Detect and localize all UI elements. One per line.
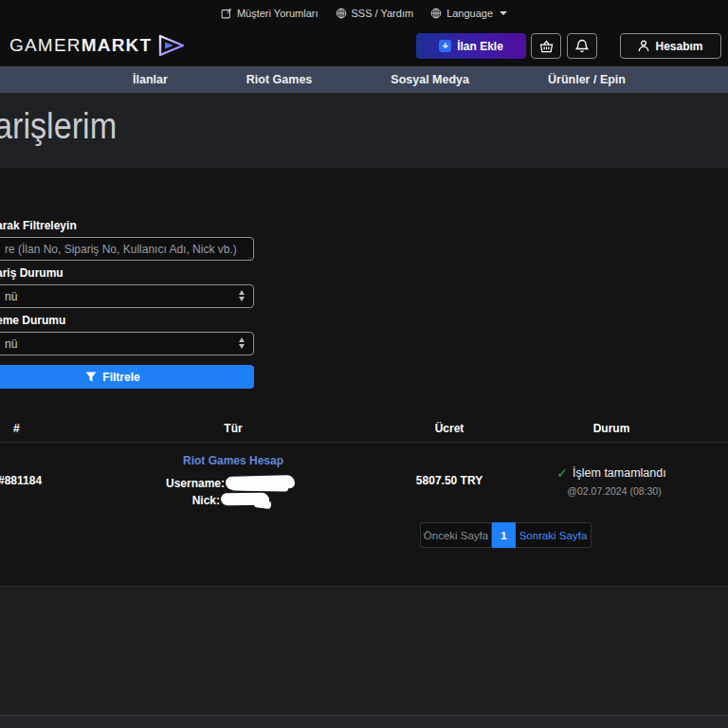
payment-status-select[interactable]: nü bbox=[0, 332, 254, 355]
order-status-value: nü bbox=[5, 290, 17, 303]
topbar: Müşteri Yorumları SSS / Yardım Language bbox=[0, 0, 728, 27]
pagination-prev-button[interactable]: Önceki Sayfa bbox=[420, 522, 492, 548]
faq-link[interactable]: SSS / Yardım bbox=[336, 8, 414, 19]
order-type-link[interactable]: Riot Games Hesap bbox=[183, 454, 283, 467]
logo[interactable]: GAMERMARKT bbox=[9, 33, 186, 58]
notifications-button[interactable] bbox=[567, 33, 597, 59]
search-input[interactable] bbox=[0, 237, 254, 261]
order-id: #881184 bbox=[0, 474, 42, 487]
account-label: Hesabım bbox=[655, 40, 702, 53]
pagination-current-page[interactable]: 1 bbox=[492, 522, 516, 548]
account-button[interactable]: Hesabım bbox=[620, 33, 721, 59]
payment-status-value: nü bbox=[5, 337, 17, 351]
chevron-down-icon bbox=[500, 11, 507, 15]
basket-icon bbox=[539, 40, 554, 53]
header-actions: + İlan Ekle Hesabım bbox=[416, 33, 721, 59]
nav-item-riot-games[interactable]: Riot Games bbox=[246, 73, 312, 86]
page-title: arişlerim bbox=[0, 106, 117, 147]
funnel-icon bbox=[85, 372, 97, 383]
payment-status-label: eme Durumu bbox=[0, 314, 65, 327]
person-icon bbox=[638, 40, 649, 52]
main-nav: İlanlar Riot Games Sosyal Medya Ürünler … bbox=[0, 66, 728, 93]
table-header-divider bbox=[0, 442, 728, 443]
logo-play-icon bbox=[157, 33, 186, 58]
nav-item-sosyal-medya[interactable]: Sosyal Medya bbox=[391, 73, 469, 86]
order-status-text: İşlem tamamlandı bbox=[573, 466, 666, 480]
order-status-select[interactable]: nü bbox=[0, 284, 254, 308]
filter-button-label: Filtrele bbox=[102, 371, 139, 384]
order-price: 5807.50 TRY bbox=[416, 474, 482, 487]
header: GAMERMARKT + İlan Ekle bbox=[0, 27, 728, 66]
globe-icon bbox=[336, 8, 347, 19]
col-header-type: Tür bbox=[224, 422, 242, 435]
customer-reviews-link[interactable]: Müşteri Yorumları bbox=[221, 8, 318, 19]
pagination: Önceki Sayfa 1 Sonraki Sayfa bbox=[420, 522, 592, 548]
language-label: Language bbox=[446, 8, 493, 19]
username-label: Username: bbox=[144, 477, 225, 490]
nav-item-urunler-epin[interactable]: Ürünler / Epin bbox=[548, 73, 626, 86]
check-icon: ✓ bbox=[556, 465, 568, 481]
edit-icon bbox=[221, 8, 232, 19]
redacted-nick bbox=[254, 500, 272, 509]
page: Müşteri Yorumları SSS / Yardım Language … bbox=[0, 0, 728, 728]
footer-bottom-strip bbox=[0, 715, 728, 728]
hero-band: arişlerim bbox=[0, 93, 728, 168]
col-header-id: # bbox=[13, 422, 20, 435]
redacted-username bbox=[231, 484, 288, 491]
cart-button[interactable] bbox=[531, 33, 561, 59]
col-header-price: Ücret bbox=[435, 422, 464, 435]
bell-icon bbox=[575, 39, 589, 53]
logo-text: GAMERMARKT bbox=[9, 35, 152, 56]
nick-label: Nick: bbox=[142, 494, 220, 507]
search-filter-label: arak Filtreleyin bbox=[0, 219, 77, 232]
filter-button[interactable]: Filtrele bbox=[0, 365, 254, 389]
select-stepper-icon bbox=[239, 290, 245, 301]
order-status-time: @02.07.2024 (08:30) bbox=[567, 485, 661, 497]
select-stepper-icon bbox=[239, 337, 245, 349]
nav-item-ilanlar[interactable]: İlanlar bbox=[133, 73, 168, 86]
order-status-label: ariş Durumu bbox=[0, 266, 64, 280]
pagination-next-button[interactable]: Sonraki Sayfa bbox=[516, 522, 592, 548]
customer-reviews-label: Müşteri Yorumları bbox=[237, 8, 318, 19]
faq-label: SSS / Yardım bbox=[352, 8, 414, 19]
footer bbox=[0, 586, 728, 715]
globe-icon bbox=[430, 8, 442, 19]
order-status: ✓ İşlem tamamlandı bbox=[556, 465, 665, 481]
col-header-status: Durum bbox=[593, 422, 630, 435]
add-listing-button[interactable]: + İlan Ekle bbox=[416, 33, 526, 59]
plus-icon: + bbox=[439, 40, 451, 52]
language-menu[interactable]: Language bbox=[430, 8, 507, 19]
add-listing-label: İlan Ekle bbox=[457, 40, 503, 53]
